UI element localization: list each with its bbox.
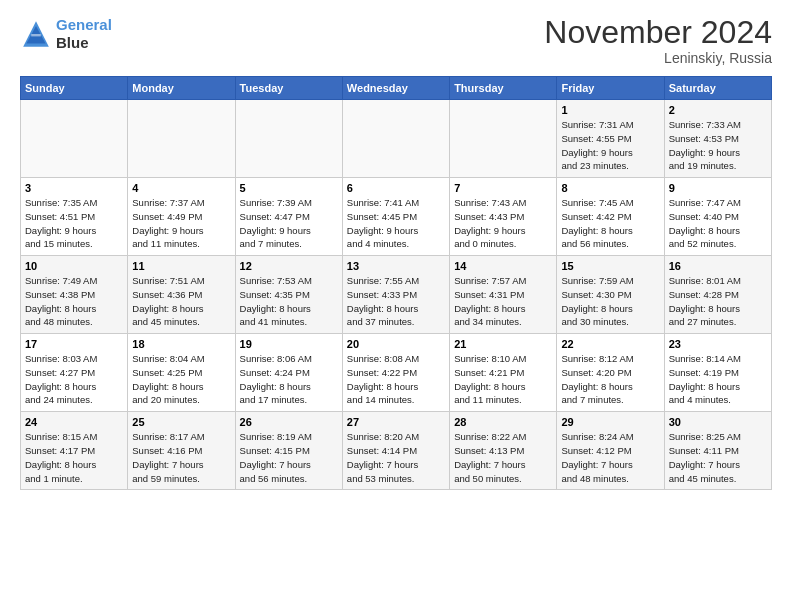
calendar-cell: 11Sunrise: 7:51 AM Sunset: 4:36 PM Dayli… — [128, 256, 235, 334]
day-info: Sunrise: 8:03 AM Sunset: 4:27 PM Dayligh… — [25, 352, 123, 407]
day-info: Sunrise: 7:41 AM Sunset: 4:45 PM Dayligh… — [347, 196, 445, 251]
day-info: Sunrise: 8:25 AM Sunset: 4:11 PM Dayligh… — [669, 430, 767, 485]
day-info: Sunrise: 7:47 AM Sunset: 4:40 PM Dayligh… — [669, 196, 767, 251]
calendar-cell: 4Sunrise: 7:37 AM Sunset: 4:49 PM Daylig… — [128, 178, 235, 256]
day-number: 15 — [561, 260, 659, 272]
day-of-week-wednesday: Wednesday — [342, 77, 449, 100]
day-info: Sunrise: 7:33 AM Sunset: 4:53 PM Dayligh… — [669, 118, 767, 173]
day-number: 12 — [240, 260, 338, 272]
calendar-week-5: 24Sunrise: 8:15 AM Sunset: 4:17 PM Dayli… — [21, 412, 772, 490]
day-of-week-sunday: Sunday — [21, 77, 128, 100]
logo-general: General — [56, 16, 112, 33]
calendar-week-3: 10Sunrise: 7:49 AM Sunset: 4:38 PM Dayli… — [21, 256, 772, 334]
calendar-cell — [235, 100, 342, 178]
calendar-week-2: 3Sunrise: 7:35 AM Sunset: 4:51 PM Daylig… — [21, 178, 772, 256]
calendar-cell: 8Sunrise: 7:45 AM Sunset: 4:42 PM Daylig… — [557, 178, 664, 256]
day-of-week-monday: Monday — [128, 77, 235, 100]
calendar-cell: 12Sunrise: 7:53 AM Sunset: 4:35 PM Dayli… — [235, 256, 342, 334]
svg-rect-2 — [31, 34, 41, 36]
day-info: Sunrise: 8:14 AM Sunset: 4:19 PM Dayligh… — [669, 352, 767, 407]
day-of-week-friday: Friday — [557, 77, 664, 100]
day-number: 3 — [25, 182, 123, 194]
day-info: Sunrise: 8:22 AM Sunset: 4:13 PM Dayligh… — [454, 430, 552, 485]
day-info: Sunrise: 8:12 AM Sunset: 4:20 PM Dayligh… — [561, 352, 659, 407]
calendar-week-1: 1Sunrise: 7:31 AM Sunset: 4:55 PM Daylig… — [21, 100, 772, 178]
day-number: 6 — [347, 182, 445, 194]
day-of-week-saturday: Saturday — [664, 77, 771, 100]
day-number: 26 — [240, 416, 338, 428]
calendar-cell — [342, 100, 449, 178]
day-info: Sunrise: 7:51 AM Sunset: 4:36 PM Dayligh… — [132, 274, 230, 329]
day-info: Sunrise: 7:53 AM Sunset: 4:35 PM Dayligh… — [240, 274, 338, 329]
day-number: 14 — [454, 260, 552, 272]
title-area: November 2024 Leninskiy, Russia — [544, 16, 772, 66]
day-number: 30 — [669, 416, 767, 428]
day-info: Sunrise: 8:06 AM Sunset: 4:24 PM Dayligh… — [240, 352, 338, 407]
calendar-cell: 10Sunrise: 7:49 AM Sunset: 4:38 PM Dayli… — [21, 256, 128, 334]
calendar-cell — [128, 100, 235, 178]
day-number: 13 — [347, 260, 445, 272]
day-info: Sunrise: 8:24 AM Sunset: 4:12 PM Dayligh… — [561, 430, 659, 485]
day-number: 8 — [561, 182, 659, 194]
calendar-cell: 23Sunrise: 8:14 AM Sunset: 4:19 PM Dayli… — [664, 334, 771, 412]
day-info: Sunrise: 8:17 AM Sunset: 4:16 PM Dayligh… — [132, 430, 230, 485]
day-number: 16 — [669, 260, 767, 272]
calendar-cell: 26Sunrise: 8:19 AM Sunset: 4:15 PM Dayli… — [235, 412, 342, 490]
calendar-cell: 7Sunrise: 7:43 AM Sunset: 4:43 PM Daylig… — [450, 178, 557, 256]
day-number: 18 — [132, 338, 230, 350]
calendar-cell — [450, 100, 557, 178]
day-of-week-tuesday: Tuesday — [235, 77, 342, 100]
day-number: 10 — [25, 260, 123, 272]
day-number: 28 — [454, 416, 552, 428]
calendar-cell: 3Sunrise: 7:35 AM Sunset: 4:51 PM Daylig… — [21, 178, 128, 256]
day-number: 11 — [132, 260, 230, 272]
day-info: Sunrise: 7:37 AM Sunset: 4:49 PM Dayligh… — [132, 196, 230, 251]
calendar-cell: 14Sunrise: 7:57 AM Sunset: 4:31 PM Dayli… — [450, 256, 557, 334]
calendar-cell: 22Sunrise: 8:12 AM Sunset: 4:20 PM Dayli… — [557, 334, 664, 412]
calendar-cell: 13Sunrise: 7:55 AM Sunset: 4:33 PM Dayli… — [342, 256, 449, 334]
day-info: Sunrise: 7:59 AM Sunset: 4:30 PM Dayligh… — [561, 274, 659, 329]
calendar-cell: 15Sunrise: 7:59 AM Sunset: 4:30 PM Dayli… — [557, 256, 664, 334]
calendar-cell: 20Sunrise: 8:08 AM Sunset: 4:22 PM Dayli… — [342, 334, 449, 412]
calendar-cell: 18Sunrise: 8:04 AM Sunset: 4:25 PM Dayli… — [128, 334, 235, 412]
day-info: Sunrise: 8:01 AM Sunset: 4:28 PM Dayligh… — [669, 274, 767, 329]
logo: General Blue — [20, 16, 112, 52]
day-info: Sunrise: 8:15 AM Sunset: 4:17 PM Dayligh… — [25, 430, 123, 485]
day-number: 4 — [132, 182, 230, 194]
calendar-cell: 29Sunrise: 8:24 AM Sunset: 4:12 PM Dayli… — [557, 412, 664, 490]
day-number: 25 — [132, 416, 230, 428]
calendar-table: SundayMondayTuesdayWednesdayThursdayFrid… — [20, 76, 772, 490]
calendar-cell: 25Sunrise: 8:17 AM Sunset: 4:16 PM Dayli… — [128, 412, 235, 490]
calendar-cell: 28Sunrise: 8:22 AM Sunset: 4:13 PM Dayli… — [450, 412, 557, 490]
day-number: 7 — [454, 182, 552, 194]
calendar-week-4: 17Sunrise: 8:03 AM Sunset: 4:27 PM Dayli… — [21, 334, 772, 412]
day-number: 21 — [454, 338, 552, 350]
calendar-cell: 24Sunrise: 8:15 AM Sunset: 4:17 PM Dayli… — [21, 412, 128, 490]
day-number: 2 — [669, 104, 767, 116]
day-info: Sunrise: 7:55 AM Sunset: 4:33 PM Dayligh… — [347, 274, 445, 329]
calendar-cell: 16Sunrise: 8:01 AM Sunset: 4:28 PM Dayli… — [664, 256, 771, 334]
calendar-cell: 17Sunrise: 8:03 AM Sunset: 4:27 PM Dayli… — [21, 334, 128, 412]
day-number: 19 — [240, 338, 338, 350]
day-number: 1 — [561, 104, 659, 116]
calendar-cell: 30Sunrise: 8:25 AM Sunset: 4:11 PM Dayli… — [664, 412, 771, 490]
calendar-header: SundayMondayTuesdayWednesdayThursdayFrid… — [21, 77, 772, 100]
calendar-cell: 6Sunrise: 7:41 AM Sunset: 4:45 PM Daylig… — [342, 178, 449, 256]
day-number: 5 — [240, 182, 338, 194]
logo-blue: Blue — [56, 34, 89, 51]
day-number: 23 — [669, 338, 767, 350]
calendar-cell: 1Sunrise: 7:31 AM Sunset: 4:55 PM Daylig… — [557, 100, 664, 178]
calendar-cell: 9Sunrise: 7:47 AM Sunset: 4:40 PM Daylig… — [664, 178, 771, 256]
calendar-cell: 21Sunrise: 8:10 AM Sunset: 4:21 PM Dayli… — [450, 334, 557, 412]
calendar-body: 1Sunrise: 7:31 AM Sunset: 4:55 PM Daylig… — [21, 100, 772, 490]
day-info: Sunrise: 7:45 AM Sunset: 4:42 PM Dayligh… — [561, 196, 659, 251]
page-container: General Blue November 2024 Leninskiy, Ru… — [0, 0, 792, 500]
day-info: Sunrise: 8:10 AM Sunset: 4:21 PM Dayligh… — [454, 352, 552, 407]
day-number: 27 — [347, 416, 445, 428]
calendar-cell: 19Sunrise: 8:06 AM Sunset: 4:24 PM Dayli… — [235, 334, 342, 412]
location: Leninskiy, Russia — [544, 50, 772, 66]
day-number: 24 — [25, 416, 123, 428]
calendar-cell — [21, 100, 128, 178]
day-info: Sunrise: 7:49 AM Sunset: 4:38 PM Dayligh… — [25, 274, 123, 329]
calendar-cell: 27Sunrise: 8:20 AM Sunset: 4:14 PM Dayli… — [342, 412, 449, 490]
